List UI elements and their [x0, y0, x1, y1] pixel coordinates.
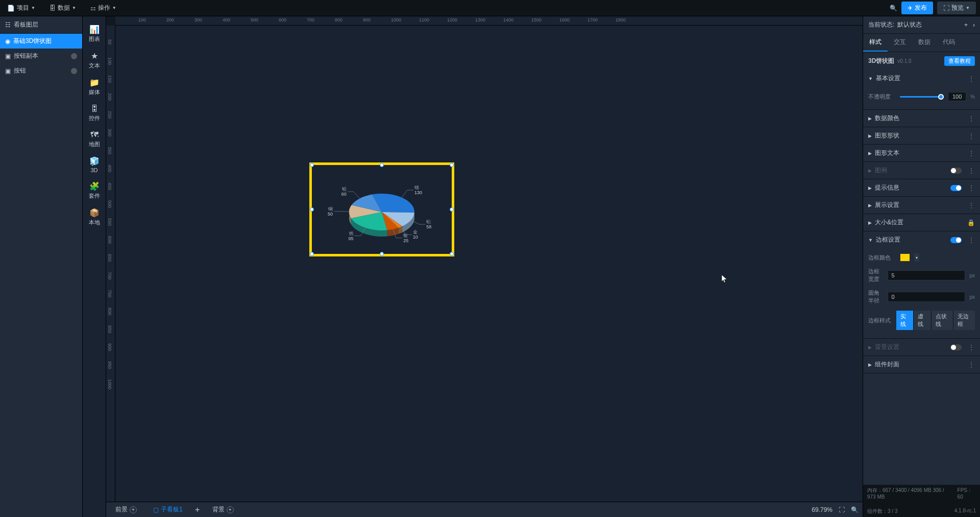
resize-handle-sw[interactable]: [310, 252, 314, 256]
section-label: 背景设置: [875, 343, 899, 351]
border-radius-input[interactable]: [888, 292, 965, 302]
section-display[interactable]: ▶展示设置⋮: [863, 197, 980, 214]
ruler-horizontal: 1002003004005006007008009001000110012001…: [115, 16, 863, 26]
more-icon[interactable]: ⋮: [968, 343, 975, 351]
section-data-color[interactable]: ▶数据颜色⋮: [863, 110, 980, 127]
section-size-pos[interactable]: ▶大小&位置🔒: [863, 214, 980, 231]
resize-handle-e[interactable]: [450, 207, 454, 212]
preview-button[interactable]: ⛶ 预览 ▼: [937, 2, 976, 14]
tool-icon: 🧊: [89, 156, 100, 166]
border-style-虚线[interactable]: 虚线: [914, 311, 931, 330]
resize-handle-n[interactable]: [380, 163, 384, 167]
opacity-slider[interactable]: [900, 93, 944, 100]
more-icon[interactable]: ⋮: [968, 361, 975, 369]
search-icon[interactable]: 🔍: [890, 5, 897, 12]
publish-button[interactable]: ✈ 发布: [901, 2, 933, 14]
svg-text:铅: 铅: [341, 186, 347, 192]
resize-handle-nw[interactable]: [310, 163, 314, 167]
layer-item[interactable]: ▣按钮: [0, 63, 82, 78]
more-icon[interactable]: ⋮: [968, 184, 975, 192]
tab-interaction[interactable]: 交互: [888, 34, 912, 52]
vtool-媒体[interactable]: 📁媒体: [87, 74, 102, 100]
more-icon[interactable]: ⋮: [968, 201, 975, 209]
border-radius-label: 圆角半径: [868, 289, 884, 304]
section-cover[interactable]: ▶组件封面⋮: [863, 356, 980, 373]
section-text[interactable]: ▶图形文本⋮: [863, 145, 980, 161]
section-basic[interactable]: ▼ 基本设置 ⋮: [863, 70, 980, 87]
fit-icon[interactable]: ⛶: [839, 506, 845, 513]
menu-action[interactable]: ⚏ 操作 ▼: [87, 2, 119, 14]
more-icon[interactable]: ⋮: [968, 114, 975, 123]
selected-component[interactable]: 镭130铝58金10银25铁95铜50铅60: [309, 162, 454, 256]
more-icon[interactable]: ⋮: [968, 236, 975, 244]
border-style-无边框[interactable]: 无边框: [953, 311, 975, 330]
tab-style[interactable]: 样式: [863, 34, 888, 52]
tab-code[interactable]: 代码: [937, 34, 961, 52]
section-border[interactable]: ▼ 边框设置 ⋮: [863, 231, 980, 248]
vtool-控件[interactable]: 🎛控件: [87, 100, 102, 126]
more-icon[interactable]: ⋮: [968, 132, 975, 140]
border-color-swatch[interactable]: [900, 253, 910, 262]
add-icon[interactable]: +: [227, 506, 234, 513]
border-style-点状线[interactable]: 点状线: [932, 311, 953, 330]
zoom-icon[interactable]: 🔍: [851, 506, 859, 513]
vtool-文本[interactable]: ★文本: [87, 47, 102, 74]
resize-handle-se[interactable]: [450, 252, 454, 256]
menu-project-label: 项目: [17, 4, 29, 12]
layer-item[interactable]: ▣按钮副本: [0, 49, 82, 63]
menu-project[interactable]: 📄 项目 ▼: [4, 2, 38, 14]
more-icon[interactable]: ⋮: [968, 75, 975, 83]
section-shape[interactable]: ▶图形形状⋮: [863, 127, 980, 144]
canvas[interactable]: 镭130铝58金10银25铁95铜50铅60: [115, 26, 863, 502]
layer-type-icon: ▣: [5, 67, 11, 75]
tooltip-toggle[interactable]: [950, 185, 962, 191]
more-icon[interactable]: ⋮: [968, 167, 975, 175]
caret-down-icon: ▼: [868, 238, 873, 243]
lock-icon[interactable]: 🔒: [967, 219, 975, 226]
section-legend[interactable]: ▶图例⋮: [863, 162, 980, 179]
status-label: 当前状态:: [868, 20, 894, 29]
layers-panel: ☷ 看板图层 ◉基础3D饼状图▣按钮副本▣按钮: [0, 16, 83, 517]
visibility-icon[interactable]: [71, 53, 77, 59]
background-toggle[interactable]: [950, 344, 962, 350]
more-icon[interactable]: ⋮: [968, 149, 975, 157]
add-state-button[interactable]: +: [964, 21, 968, 29]
border-width-input[interactable]: [888, 270, 965, 280]
legend-toggle[interactable]: [950, 168, 962, 174]
vtool-3D[interactable]: 🧊3D: [87, 152, 102, 177]
visibility-icon[interactable]: [71, 68, 77, 74]
zoom-level: 69.79%: [812, 506, 832, 513]
menu-data[interactable]: 🗄 数据 ▼: [46, 2, 79, 14]
layer-item[interactable]: ◉基础3D饼状图: [0, 34, 82, 49]
tool-label: 文本: [89, 62, 100, 69]
vtool-本地[interactable]: 📦本地: [87, 204, 102, 230]
border-style-实线[interactable]: 实线: [896, 311, 914, 330]
tool-icon: ★: [91, 51, 98, 61]
resize-handle-s[interactable]: [380, 252, 384, 256]
vtool-地图[interactable]: 🗺地图: [87, 126, 102, 152]
data-icon: 🗄: [50, 5, 56, 12]
color-dropdown[interactable]: ▼: [914, 253, 919, 262]
border-width-label: 边框宽度: [868, 268, 884, 283]
ruler-vertical: 5010015020025030035040045050055060065070…: [106, 26, 115, 502]
tab-sub-panel[interactable]: ▢ 子看板1: [148, 503, 188, 516]
opacity-value[interactable]: 100: [948, 92, 966, 101]
file-icon: 📄: [7, 5, 15, 12]
section-tooltip[interactable]: ▶提示信息⋮: [863, 179, 980, 196]
tab-data[interactable]: 数据: [912, 34, 937, 52]
vtool-图表[interactable]: 📊图表: [87, 20, 102, 47]
resize-handle-w[interactable]: [310, 207, 314, 212]
section-background[interactable]: ▶背景设置⋮: [863, 339, 980, 356]
tool-icon: 🧩: [89, 181, 100, 191]
vtool-套件[interactable]: 🧩套件: [87, 177, 102, 204]
add-icon[interactable]: +: [130, 506, 137, 513]
tab-sub-panel-label: 子看板1: [161, 505, 183, 514]
resize-handle-ne[interactable]: [450, 163, 454, 167]
tab-front[interactable]: 前景 +: [110, 503, 142, 516]
tutorial-button[interactable]: 查看教程: [944, 56, 975, 66]
tab-back[interactable]: 背景 +: [207, 503, 239, 516]
border-toggle[interactable]: [950, 237, 962, 243]
add-tab-button[interactable]: +: [194, 506, 201, 513]
chevron-right-icon[interactable]: ›: [973, 21, 975, 29]
svg-text:10: 10: [413, 234, 418, 240]
